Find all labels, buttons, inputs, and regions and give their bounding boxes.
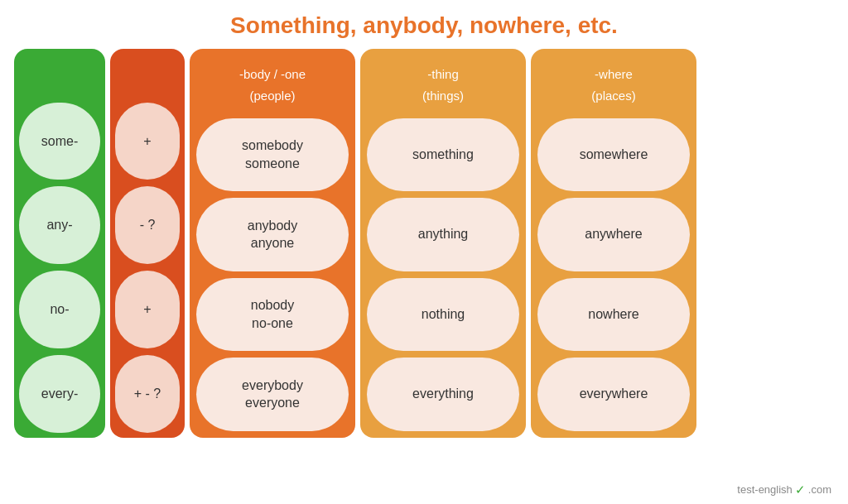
- col-thing-header-main: -thing: [427, 67, 459, 81]
- col-some: some- any- no- every-: [14, 49, 105, 438]
- page-title: Something, anybody, nowhere, etc.: [14, 12, 834, 39]
- watermark-suffix: .com: [808, 483, 831, 496]
- col-thing-header: -thing (things): [419, 55, 467, 112]
- cell-sign-0: +: [115, 103, 180, 180]
- main-container: Something, anybody, nowhere, etc. some- …: [2, 4, 846, 501]
- cell-where-3: everywhere: [537, 358, 690, 431]
- cell-body-0: somebodysomeone: [196, 118, 349, 192]
- col-where-header: -where (places): [588, 55, 638, 112]
- cell-body-2: nobodyno-one: [196, 278, 349, 352]
- cell-where-1: anywhere: [537, 198, 690, 271]
- table-area: some- any- no- every- + - ? + + - ? -bod…: [14, 49, 834, 438]
- cell-some-2: no-: [19, 271, 100, 348]
- cell-thing-1: anything: [367, 198, 519, 271]
- watermark: test-english✓.com: [737, 482, 831, 497]
- cell-some-0: some-: [19, 103, 100, 180]
- col-where-header-main: -where: [595, 67, 633, 81]
- cell-where-2: nowhere: [537, 278, 690, 352]
- watermark-text: test-english: [737, 483, 792, 496]
- col-body-header: -body / -one (people): [236, 55, 309, 112]
- cell-thing-2: nothing: [367, 278, 519, 352]
- col-sign: + - ? + + - ?: [110, 49, 185, 438]
- cell-some-3: every-: [19, 355, 100, 433]
- cell-sign-2: +: [115, 271, 180, 348]
- cell-thing-3: everything: [367, 358, 519, 431]
- cell-body-1: anybodyanyone: [196, 198, 349, 271]
- cell-body-3: everybodyeveryone: [196, 358, 349, 431]
- cell-some-1: any-: [19, 186, 100, 264]
- cell-sign-1: - ?: [115, 186, 180, 264]
- cell-sign-3: + - ?: [115, 355, 180, 433]
- col-body: -body / -one (people) somebodysomeone an…: [190, 49, 355, 438]
- cell-thing-0: something: [367, 118, 519, 192]
- col-where: -where (places) somewhere anywhere nowhe…: [531, 49, 696, 438]
- col-body-header-main: -body / -one: [239, 67, 306, 81]
- col-body-header-sub: (people): [249, 89, 295, 103]
- checkmark-icon: ✓: [795, 482, 806, 497]
- col-thing: -thing (things) something anything nothi…: [360, 49, 526, 438]
- cell-where-0: somewhere: [537, 118, 690, 192]
- col-thing-header-sub: (things): [422, 89, 464, 103]
- col-where-header-sub: (places): [591, 89, 635, 103]
